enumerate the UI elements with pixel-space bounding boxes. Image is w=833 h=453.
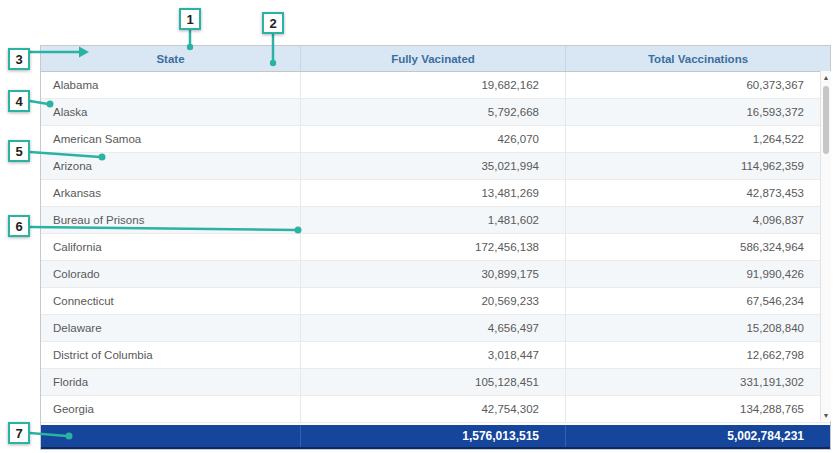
total-vaccinations-cell: 331,191,302 xyxy=(566,369,830,395)
state-cell: Arizona xyxy=(41,153,301,179)
total-vaccinations-cell: 15,208,840 xyxy=(566,315,830,341)
fully-vaccinated-cell: 172,456,138 xyxy=(301,234,566,260)
state-cell: Alaska xyxy=(41,99,301,125)
totals-empty-cell xyxy=(41,425,301,447)
table-row[interactable]: Connecticut 20,569,233 67,546,234 xyxy=(41,288,830,315)
fully-vaccinated-cell: 105,128,451 xyxy=(301,369,566,395)
table-header-row: State Fully Vacinated Total Vaccinations xyxy=(41,46,830,72)
state-cell: Alabama xyxy=(41,72,301,98)
annotation-callout-7: 7 xyxy=(8,422,30,444)
fully-vaccinated-cell: 13,481,269 xyxy=(301,180,566,206)
total-vaccinations-cell: 134,288,765 xyxy=(566,396,830,422)
total-vaccinations-cell: 12,662,798 xyxy=(566,342,830,368)
total-vaccinations-cell: 1,264,522 xyxy=(566,126,830,152)
table-row[interactable]: Arkansas 13,481,269 42,873,453 xyxy=(41,180,830,207)
table-body: Alabama 19,682,162 60,373,367 Alaska 5,7… xyxy=(41,72,830,423)
fully-vaccinated-cell: 19,682,162 xyxy=(301,72,566,98)
annotation-callout-3: 3 xyxy=(8,48,30,70)
totals-fully-vaccinated: 1,576,013,515 xyxy=(301,425,566,447)
vaccination-table: State Fully Vacinated Total Vaccinations… xyxy=(40,45,831,450)
column-header-total-vaccinations[interactable]: Total Vaccinations xyxy=(566,46,830,71)
scrollbar-thumb[interactable] xyxy=(823,86,829,154)
state-cell: Connecticut xyxy=(41,288,301,314)
total-vaccinations-cell: 60,373,367 xyxy=(566,72,830,98)
state-cell: District of Columbia xyxy=(41,342,301,368)
total-vaccinations-cell: 91,990,426 xyxy=(566,261,830,287)
fully-vaccinated-cell: 1,481,602 xyxy=(301,207,566,233)
vertical-scrollbar[interactable]: ▲ ▼ xyxy=(820,71,831,421)
total-vaccinations-cell: 4,096,837 xyxy=(566,207,830,233)
state-cell: California xyxy=(41,234,301,260)
annotation-callout-1: 1 xyxy=(179,8,201,30)
table-row[interactable]: Arizona 35,021,994 114,962,359 xyxy=(41,153,830,180)
table-row[interactable]: American Samoa 426,070 1,264,522 xyxy=(41,126,830,153)
fully-vaccinated-cell: 42,754,302 xyxy=(301,396,566,422)
fully-vaccinated-cell: 30,899,175 xyxy=(301,261,566,287)
state-cell: Colorado xyxy=(41,261,301,287)
fully-vaccinated-cell: 5,792,668 xyxy=(301,99,566,125)
state-cell: Georgia xyxy=(41,396,301,422)
table-row[interactable]: Alabama 19,682,162 60,373,367 xyxy=(41,72,830,99)
annotation-callout-5: 5 xyxy=(8,140,30,162)
table-row[interactable]: Georgia 42,754,302 134,288,765 xyxy=(41,396,830,423)
fully-vaccinated-cell: 35,021,994 xyxy=(301,153,566,179)
total-vaccinations-cell: 114,962,359 xyxy=(566,153,830,179)
annotation-callout-4: 4 xyxy=(8,90,30,112)
table-row[interactable]: Bureau of Prisons 1,481,602 4,096,837 xyxy=(41,207,830,234)
column-header-state[interactable]: State xyxy=(41,46,301,71)
state-cell: Bureau of Prisons xyxy=(41,207,301,233)
table-row[interactable]: Florida 105,128,451 331,191,302 xyxy=(41,369,830,396)
scrollbar-up-icon[interactable]: ▲ xyxy=(821,71,831,83)
fully-vaccinated-cell: 4,656,497 xyxy=(301,315,566,341)
total-vaccinations-cell: 16,593,372 xyxy=(566,99,830,125)
total-vaccinations-cell: 586,324,964 xyxy=(566,234,830,260)
column-header-fully-vaccinated[interactable]: Fully Vacinated xyxy=(301,46,566,71)
fully-vaccinated-cell: 3,018,447 xyxy=(301,342,566,368)
total-vaccinations-cell: 42,873,453 xyxy=(566,180,830,206)
scrollbar-down-icon[interactable]: ▼ xyxy=(821,409,831,421)
table-row[interactable]: District of Columbia 3,018,447 12,662,79… xyxy=(41,342,830,369)
table-row[interactable]: Alaska 5,792,668 16,593,372 xyxy=(41,99,830,126)
annotation-callout-6: 6 xyxy=(8,215,30,237)
total-vaccinations-cell: 67,546,234 xyxy=(566,288,830,314)
table-row[interactable]: Delaware 4,656,497 15,208,840 xyxy=(41,315,830,342)
totals-total-vaccinations: 5,002,784,231 xyxy=(566,425,830,447)
state-cell: Arkansas xyxy=(41,180,301,206)
annotation-callout-2: 2 xyxy=(262,12,284,34)
state-cell: American Samoa xyxy=(41,126,301,152)
table-row[interactable]: Colorado 30,899,175 91,990,426 xyxy=(41,261,830,288)
state-cell: Florida xyxy=(41,369,301,395)
state-cell: Delaware xyxy=(41,315,301,341)
fully-vaccinated-cell: 20,569,233 xyxy=(301,288,566,314)
totals-row: 1,576,013,515 5,002,784,231 xyxy=(41,425,830,449)
fully-vaccinated-cell: 426,070 xyxy=(301,126,566,152)
table-row[interactable]: California 172,456,138 586,324,964 xyxy=(41,234,830,261)
